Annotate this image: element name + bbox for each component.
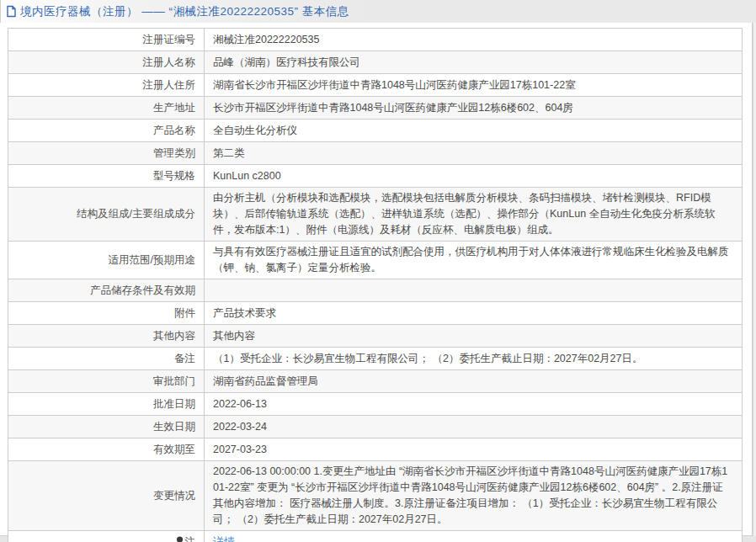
row-label: 其他内容: [8, 325, 205, 348]
row-value: [205, 279, 743, 302]
table-row: 生效日期 2022-03-24: [8, 416, 743, 438]
row-value: 2022-03-24: [205, 416, 743, 438]
row-value: 湖南省药品监督管理局: [205, 370, 743, 393]
table-row: 产品名称 全自动生化分析仪: [8, 120, 743, 142]
table-row: 审批部门 湖南省药品监督管理局: [8, 370, 743, 393]
table-row: 结构及组成/主要组成成分 由分析主机（分析模块和选配模块，选配模块包括电解质分析…: [8, 188, 743, 242]
note-label: 注: [185, 536, 196, 542]
table-row: 产品储存条件及有效期: [8, 279, 743, 302]
row-label: 注: [8, 531, 205, 542]
row-label: 型号规格: [8, 165, 205, 188]
row-value: 长沙市开福区沙坪街道中青路1048号山河医药健康产业园12栋6楼602、604房: [205, 97, 743, 120]
table-row: 变更情况 2022-06-13 00:00:00 1.变更生产地址由 “湖南省长…: [8, 461, 743, 531]
page-title: 境内医疗器械（注册） —— “湘械注准20222220535” 基本信息: [20, 4, 349, 19]
row-value: 产品技术要求: [205, 302, 743, 325]
table-row-note: 注 详情: [8, 531, 743, 542]
row-label: 附件: [8, 302, 205, 325]
bulb-icon: [176, 536, 184, 542]
row-value: 湖南省长沙市开福区沙坪街道中青路1048号山河医药健康产业园17栋101-22室: [205, 74, 743, 97]
table-row: 附件 产品技术要求: [8, 302, 743, 325]
registration-info-table: 注册证编号 湘械注准20222220535 注册人名称 品峰（湖南）医疗科技有限…: [8, 28, 743, 542]
table-row: 生产地址 长沙市开福区沙坪街道中青路1048号山河医药健康产业园12栋6楼602…: [8, 97, 743, 120]
row-value: （1）受托企业：长沙易宜生物工程有限公司； （2）委托生产截止日期：2027年0…: [205, 348, 743, 370]
row-value: 全自动生化分析仪: [205, 120, 743, 142]
row-label: 有效期至: [8, 438, 205, 461]
row-value: 由分析主机（分析模块和选配模块，选配模块包括电解质分析模块、条码扫描模块、堵针检…: [205, 188, 743, 242]
document-icon: [6, 5, 17, 18]
row-value: 与具有有效医疗器械注册证且适宜的试剂配合使用，供医疗机构用于对人体体液进行常规临…: [205, 242, 743, 279]
row-label: 产品储存条件及有效期: [8, 279, 205, 302]
row-value: 第二类: [205, 142, 743, 165]
row-label: 结构及组成/主要组成成分: [8, 188, 205, 242]
table-row: 管理类别 第二类: [8, 142, 743, 165]
table-row: 有效期至 2027-03-23: [8, 438, 743, 461]
table-row: 注册人名称 品峰（湖南）医疗科技有限公司: [8, 51, 743, 74]
page-header: 境内医疗器械（注册） —— “湘械注准20222220535” 基本信息: [0, 0, 756, 23]
row-value: 其他内容: [205, 325, 743, 348]
table-row: 适用范围/预期用途 与具有有效医疗器械注册证且适宜的试剂配合使用，供医疗机构用于…: [8, 242, 743, 279]
row-label: 产品名称: [8, 120, 205, 142]
row-label: 生产地址: [8, 97, 205, 120]
row-label: 注册人名称: [8, 51, 205, 74]
row-value: 品峰（湖南）医疗科技有限公司: [205, 51, 743, 74]
table-row: 备注 （1）受托企业：长沙易宜生物工程有限公司； （2）委托生产截止日期：202…: [8, 348, 743, 370]
row-value: 2022-06-13: [205, 393, 743, 416]
row-value: KunLun c2800: [205, 165, 743, 188]
row-value: 详情: [205, 531, 743, 542]
table-row: 注册人住所 湖南省长沙市开福区沙坪街道中青路1048号山河医药健康产业园17栋1…: [8, 74, 743, 97]
detail-link[interactable]: 详情: [213, 535, 235, 542]
row-label: 批准日期: [8, 393, 205, 416]
table-row: 批准日期 2022-06-13: [8, 393, 743, 416]
page-scrollbar[interactable]: [753, 23, 756, 536]
table-row: 注册证编号 湘械注准20222220535: [8, 29, 743, 51]
row-label: 管理类别: [8, 142, 205, 165]
table-row: 型号规格 KunLun c2800: [8, 165, 743, 188]
row-value: 湘械注准20222220535: [205, 29, 743, 51]
table-row: 其他内容 其他内容: [8, 325, 743, 348]
content-panel: 注册证编号 湘械注准20222220535 注册人名称 品峰（湖南）医疗科技有限…: [0, 23, 753, 536]
row-value: 2022-06-13 00:00:00 1.变更生产地址由 “湖南省长沙市开福区…: [205, 461, 743, 531]
row-label: 适用范围/预期用途: [8, 242, 205, 279]
row-label: 注册证编号: [8, 29, 205, 51]
row-label: 变更情况: [8, 461, 205, 531]
row-label: 注册人住所: [8, 74, 205, 97]
row-label: 生效日期: [8, 416, 205, 438]
row-value: 2027-03-23: [205, 438, 743, 461]
row-label: 备注: [8, 348, 205, 370]
row-label: 审批部门: [8, 370, 205, 393]
